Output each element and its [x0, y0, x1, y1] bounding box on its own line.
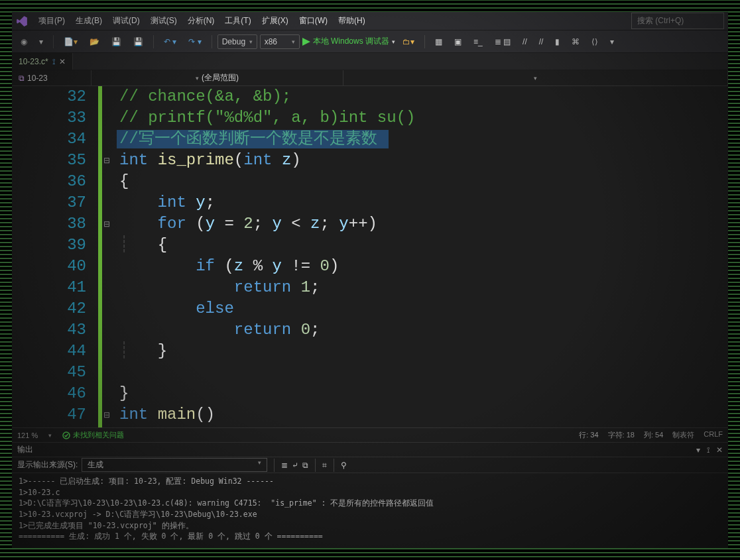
code-line[interactable]: {: [119, 171, 728, 192]
line-number: 33: [12, 107, 86, 129]
selection-highlight: [117, 130, 389, 148]
output-copy-icon[interactable]: ⧉: [302, 461, 308, 470]
code-line[interactable]: [119, 362, 728, 383]
tb-more-icon[interactable]: ▾: [605, 34, 619, 49]
code-body[interactable]: // chance(&a, &b);// printf("%d%d", a, b…: [117, 86, 728, 427]
output-source-label: 显示输出来源(S):: [17, 459, 78, 471]
fold-toggle-icon[interactable]: ⊟: [103, 213, 110, 235]
fold-toggle-icon[interactable]: ⊟: [103, 404, 110, 425]
start-debug-button[interactable]: 本地 Windows 调试器 ▾: [302, 36, 395, 47]
undo-icon[interactable]: ↶ ▾: [159, 34, 181, 49]
redo-icon[interactable]: ↷ ▾: [184, 34, 206, 49]
code-line[interactable]: // chance(&a, &b);: [119, 86, 728, 107]
line-number: 32: [12, 86, 86, 107]
status-line: 行: 34: [579, 430, 598, 440]
pin-icon[interactable]: ⟟: [52, 57, 55, 66]
status-bar: 121 % ▾ 未找到相关问题 行: 34 字符: 18 列: 54 制表符 C…: [12, 427, 728, 442]
output-find-icon[interactable]: ⚲: [341, 461, 347, 470]
save-icon[interactable]: 💾: [107, 34, 126, 49]
close-tab-icon[interactable]: ✕: [59, 57, 66, 66]
tb-class-icon[interactable]: ▦: [430, 34, 447, 49]
menu-debug[interactable]: 调试(D): [113, 15, 140, 27]
search-input[interactable]: 搜索 (Ctrl+Q): [631, 13, 724, 29]
nav-member-dropdown[interactable]: ▾: [343, 70, 728, 85]
output-body[interactable]: 1>------ 已启动生成: 项目: 10-23, 配置: Debug Win…: [12, 473, 728, 548]
code-line[interactable]: ┊ {: [119, 235, 728, 256]
tb-uncmt-icon[interactable]: //: [534, 34, 548, 49]
tb-select-icon[interactable]: ▣: [450, 34, 466, 49]
menu-window[interactable]: 窗口(W): [299, 15, 328, 27]
menu-analyze[interactable]: 分析(N): [188, 15, 215, 27]
status-col: 列: 54: [644, 430, 663, 440]
menu-help[interactable]: 帮助(H): [338, 15, 365, 27]
tab-strip: 10-23.c* ⟟ ✕: [12, 53, 728, 70]
code-line[interactable]: return 0;: [119, 319, 728, 341]
config-dropdown[interactable]: Debug▾: [217, 34, 257, 49]
code-line[interactable]: ┊ }: [119, 341, 728, 362]
output-source-dropdown[interactable]: 生成 ▾: [82, 458, 267, 472]
tb-comment-icon[interactable]: //: [518, 34, 532, 49]
code-line[interactable]: for (y = 2; y < z; y++): [119, 213, 728, 235]
line-number: 37: [12, 192, 86, 213]
output-pin-icon[interactable]: ⟟: [707, 445, 709, 455]
code-line[interactable]: // printf("%d%d", a, b)int su(): [119, 107, 728, 129]
line-number-gutter: 32333435363738394041424344454647: [12, 86, 98, 427]
line-number: 47: [12, 404, 86, 425]
code-line[interactable]: int y;: [119, 192, 728, 213]
output-dropdown-icon[interactable]: ▾: [696, 445, 700, 455]
line-number: 42: [12, 298, 86, 319]
toolbar: ◉ ▾ 📄▾ 📂 💾 💾 ↶ ▾ ↷ ▾ Debug▾ x86▾ 本地 Wind…: [12, 30, 728, 53]
new-file-icon[interactable]: 📄▾: [59, 34, 82, 49]
line-number: 45: [12, 362, 86, 383]
nav-project[interactable]: ⧉ 10-23: [12, 70, 92, 85]
zoom-chev-icon[interactable]: ▾: [48, 432, 52, 439]
nav-fwd-icon[interactable]: ▾: [34, 34, 48, 49]
issues-label: 未找到相关问题: [73, 430, 124, 440]
tb-indent-icon[interactable]: ≡_: [469, 34, 487, 49]
code-line[interactable]: if (z % y != 0): [119, 256, 728, 277]
status-indent[interactable]: 制表符: [672, 430, 694, 440]
output-clear-icon[interactable]: ≣: [281, 461, 288, 470]
save-all-icon[interactable]: 💾: [129, 34, 148, 49]
line-number: 44: [12, 341, 86, 362]
file-tab[interactable]: 10-23.c* ⟟ ✕: [12, 53, 73, 70]
menu-build[interactable]: 生成(B): [76, 15, 102, 27]
fold-toggle-icon[interactable]: ⊟: [103, 150, 110, 171]
tb-bookmark-icon[interactable]: ▮: [550, 34, 564, 49]
menu-tools[interactable]: 工具(T): [225, 15, 251, 27]
open-folder-icon[interactable]: 📂: [85, 34, 104, 49]
platform-dropdown[interactable]: x86▾: [260, 34, 300, 49]
zoom-level[interactable]: 121 %: [17, 431, 38, 439]
menu-project[interactable]: 项目(P): [38, 15, 65, 27]
line-number: 41: [12, 277, 86, 298]
menu-ext[interactable]: 扩展(X): [262, 15, 288, 27]
nav-bar: ⧉ 10-23 ▾ (全局范围) ▾: [12, 70, 728, 86]
code-line[interactable]: else: [119, 298, 728, 319]
tb-build-icon[interactable]: 🗀▾: [398, 34, 419, 49]
menu-test[interactable]: 测试(S): [151, 15, 177, 27]
output-close-icon[interactable]: ✕: [716, 445, 723, 455]
svg-marker-0: [17, 16, 27, 27]
line-number: 40: [12, 256, 86, 277]
issues-indicator[interactable]: 未找到相关问题: [62, 430, 124, 440]
code-line[interactable]: return 1;: [119, 277, 728, 298]
svg-marker-1: [302, 38, 310, 46]
file-tab-label: 10-23.c*: [19, 57, 48, 66]
output-goto-icon[interactable]: ⌗: [322, 461, 327, 470]
platform-value: x86: [265, 37, 277, 46]
code-editor[interactable]: 32333435363738394041424344454647 ⊟⊟⊟ // …: [12, 86, 728, 427]
menu-bar: 项目(P) 生成(B) 调试(D) 测试(S) 分析(N) 工具(T) 扩展(X…: [12, 12, 728, 30]
code-line[interactable]: }: [119, 383, 728, 404]
tb-format-icon[interactable]: ≣ ▤: [490, 34, 515, 49]
fold-strip[interactable]: ⊟⊟⊟: [102, 86, 117, 427]
output-source-value: 生成: [88, 459, 103, 471]
tb-member-icon[interactable]: ⌘: [567, 34, 584, 49]
nav-project-label: 10-23: [27, 74, 48, 83]
output-wrap-icon[interactable]: ⤶: [292, 461, 298, 470]
code-line[interactable]: int main(): [119, 404, 728, 425]
code-line[interactable]: int is_prime(int z): [119, 150, 728, 171]
nav-back-icon[interactable]: ◉: [16, 34, 32, 49]
nav-scope-dropdown[interactable]: ▾ (全局范围): [92, 70, 343, 85]
status-eol[interactable]: CRLF: [704, 430, 723, 440]
tb-brace-icon[interactable]: ⟨⟩: [587, 34, 603, 49]
